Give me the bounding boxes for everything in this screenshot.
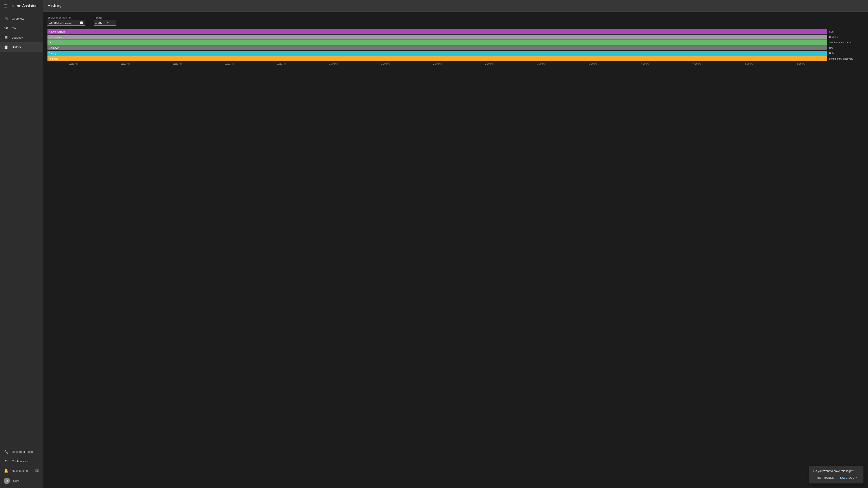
sidebar-title: Home Assistant [10,4,39,8]
time-tick: 5:09 PM [723,63,775,65]
grid-icon: ⊞ [4,16,8,21]
chart-bar-container: Above horizon [48,29,827,34]
period-select-wrapper: 1 day3 days1 week ▼ [94,20,116,26]
time-tick: 4:39 PM [671,63,723,65]
toast-actions: NO THANKS SAVE LOGIN [813,475,860,480]
time-tick: 5:39 PM [775,63,827,65]
time-tick: 1:39 PM [360,63,411,65]
newspaper-icon: 📋 [4,44,8,50]
save-login-toast: Do you want to save this login? NO THANK… [809,466,864,484]
sidebar: ☰ Home Assistant ⊞ Overview 🗺 Map ☰ Logb… [0,0,43,488]
chart-row-entity-label: Huis [827,52,864,55]
chart-bar-label: Unavailable [49,36,62,38]
time-tick: 1:09 PM [307,63,360,65]
chart-bar-label: Above horizon [49,30,65,33]
sidebar-item-logbook[interactable]: ☰ Logbook [0,33,43,42]
chart-bar-label: On [49,41,52,44]
main-content: History Showing entries for 📅 Period 1 d… [43,0,868,488]
list-icon: ☰ [4,35,8,40]
sidebar-item-label: Configuration [12,459,29,463]
sidebar-item-configuration[interactable]: ⚙ Configuration [0,456,43,466]
map-icon: 🗺 [4,26,8,31]
time-tick: 10:39 AM [48,63,99,65]
chart-bar-label: Cloudy [49,52,57,55]
time-axis: 10:39 AM11:09 AM11:39 AM12:09 PM12:39 PM… [48,63,864,65]
chart-row: Cloudy Huis [48,51,864,56]
chart-bar: Unavailable [48,35,827,39]
bell-icon: 🔔 [4,468,8,473]
time-tick: 2:09 PM [411,63,463,65]
chart-bar: Unknown [48,45,827,51]
period-select[interactable]: 1 day3 days1 week [95,21,109,24]
gear-icon: ⚙ [4,459,8,464]
page-title: History [43,0,868,12]
date-input-wrapper: 📅 [48,20,85,26]
chart-bar: Cloudy [48,51,827,56]
sidebar-item-label: Overview [12,17,24,20]
chart-row-entity-label: User [827,46,864,49]
chart-bar-container: Cloudy [48,51,827,56]
time-tick: 12:09 PM [204,63,255,65]
avatar: U [4,478,10,484]
sidebar-item-history[interactable]: 📋 History [0,42,43,52]
toast-text: Do you want to save this login? [813,469,860,473]
time-tick: 11:39 AM [151,63,204,65]
chart-rows: Above horizon Sun Unavailable Updater On… [48,29,864,62]
history-chart: Above horizon Sun Unavailable Updater On… [48,29,864,65]
chart-row: Unknown User [48,45,864,51]
sidebar-item-user[interactable]: U User [0,475,43,486]
chart-bar-label: Unknown [49,46,59,49]
chart-bar: On [48,40,827,45]
chart-row-entity-label: Set theme on startup [827,41,864,44]
chart-bar-label: notifying [49,57,58,60]
period-control-group: Period 1 day3 days1 week ▼ [94,17,116,26]
nav-items: ⊞ Overview 🗺 Map ☰ Logbook 📋 History [0,12,43,447]
date-input[interactable] [49,21,78,24]
chart-row-entity-label: Sun [827,30,864,33]
controls-row: Showing entries for 📅 Period 1 day3 days… [48,16,864,26]
chart-bar-container: Unavailable [48,35,827,39]
chart-row-entity-label: config entry discovery [827,57,864,60]
sidebar-item-developer-tools[interactable]: 🔧 Developer Tools [0,447,43,456]
sidebar-item-label: User [13,479,19,483]
no-thanks-button[interactable]: NO THANKS [815,475,836,480]
sidebar-item-overview[interactable]: ⊞ Overview [0,14,43,23]
sidebar-item-map[interactable]: 🗺 Map [0,23,43,33]
chart-row-entity-label: Updater [827,36,864,38]
sidebar-item-notifications[interactable]: 🔔 Notifications 1 [0,466,43,475]
showing-entries-label: Showing entries for [48,16,85,19]
sidebar-header: ☰ Home Assistant [0,0,43,12]
chart-bar: Above horizon [48,29,827,34]
sidebar-item-label: History [12,45,21,49]
sidebar-item-label: Notifications [12,469,28,473]
date-control-group: Showing entries for 📅 [48,16,85,26]
time-tick: 12:39 PM [255,63,307,65]
chart-bar-container: Unknown [48,45,827,51]
chart-row: On Set theme on startup [48,40,864,45]
save-login-button[interactable]: SAVE LOGIN [838,475,860,480]
sidebar-bottom: 🔧 Developer Tools ⚙ Configuration 🔔 Noti… [0,447,43,488]
time-tick: 2:39 PM [463,63,515,65]
time-tick: 3:39 PM [567,63,619,65]
chart-bar-container: On [48,40,827,45]
sidebar-item-label: Map [12,26,18,30]
time-tick: 11:09 AM [99,63,151,65]
notification-badge: 1 [35,469,39,472]
time-tick: 4:09 PM [619,63,671,65]
chart-bar: notifying [48,56,827,61]
wrench-icon: 🔧 [4,449,8,454]
chart-row: notifying config entry discovery [48,56,864,61]
period-label: Period [94,17,116,19]
chart-bar-container: notifying [48,56,827,61]
chart-row: Above horizon Sun [48,29,864,34]
chart-row: Unavailable Updater [48,35,864,39]
sidebar-item-label: Logbook [12,36,23,39]
sidebar-item-label: Developer Tools [12,450,33,453]
content-area: Showing entries for 📅 Period 1 day3 days… [43,12,868,488]
time-tick: 3:09 PM [515,63,567,65]
menu-icon[interactable]: ☰ [4,3,8,8]
calendar-icon[interactable]: 📅 [80,21,84,24]
